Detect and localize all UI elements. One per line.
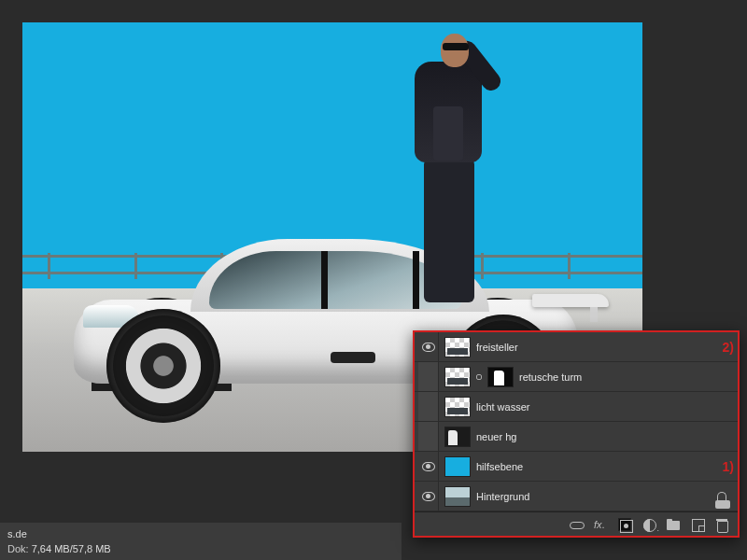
add-mask-icon[interactable] bbox=[618, 518, 631, 531]
tutorial-annotation: 1) bbox=[723, 459, 734, 474]
visibility-toggle[interactable] bbox=[418, 452, 439, 481]
layer-name[interactable]: neuer hg bbox=[476, 431, 734, 442]
layer-name[interactable]: freisteller bbox=[476, 342, 715, 353]
mask-link-icon[interactable] bbox=[476, 374, 482, 380]
layers-list: freisteller2)retusche turmlicht wasserne… bbox=[415, 332, 738, 511]
new-group-icon[interactable] bbox=[667, 518, 680, 531]
layer-row[interactable]: hilfsebene1) bbox=[415, 452, 738, 482]
adjustment-layer-icon[interactable]: . bbox=[642, 518, 655, 531]
new-layer-icon[interactable] bbox=[691, 518, 704, 531]
layer-name[interactable]: hilfsebene bbox=[476, 461, 715, 472]
layer-row[interactable]: freisteller2) bbox=[415, 332, 738, 362]
subject-person bbox=[396, 22, 508, 302]
layer-name[interactable]: retusche turm bbox=[519, 371, 734, 383]
layer-thumbnail[interactable] bbox=[444, 456, 471, 477]
layer-mask-thumbnail[interactable] bbox=[487, 367, 514, 387]
eye-icon bbox=[422, 343, 435, 352]
layers-panel[interactable]: freisteller2)retusche turmlicht wasserne… bbox=[413, 330, 740, 538]
link-layers-icon[interactable] bbox=[570, 518, 583, 531]
layer-thumbnail[interactable] bbox=[444, 367, 471, 387]
layer-row[interactable]: retusche turm bbox=[415, 362, 738, 392]
url-fragment: s.de bbox=[7, 526, 394, 541]
visibility-toggle[interactable] bbox=[418, 362, 439, 391]
layer-thumbnail[interactable] bbox=[444, 427, 471, 447]
eye-icon bbox=[422, 462, 435, 471]
visibility-toggle[interactable] bbox=[418, 482, 439, 511]
status-bar: s.de Dok: 7,64 MB/57,8 MB bbox=[0, 523, 402, 560]
layer-name[interactable]: Hintergrund bbox=[476, 491, 712, 502]
visibility-toggle[interactable] bbox=[418, 392, 439, 421]
visibility-toggle[interactable] bbox=[418, 422, 439, 451]
tutorial-annotation: 2) bbox=[723, 340, 734, 355]
layer-name[interactable]: licht wasser bbox=[476, 401, 734, 413]
delete-layer-icon[interactable] bbox=[715, 518, 728, 531]
doc-size-value: 7,64 MB/57,8 MB bbox=[32, 543, 111, 554]
eye-icon bbox=[422, 492, 435, 501]
lock-icon bbox=[717, 492, 726, 501]
layer-thumbnail[interactable] bbox=[444, 397, 471, 417]
layer-row[interactable]: Hintergrund bbox=[415, 482, 738, 511]
layers-panel-footer: fx . bbox=[415, 511, 738, 536]
layer-row[interactable]: licht wasser bbox=[415, 392, 738, 422]
layer-row[interactable]: neuer hg bbox=[415, 422, 738, 452]
layer-thumbnail[interactable] bbox=[444, 337, 471, 357]
visibility-toggle[interactable] bbox=[418, 332, 439, 361]
layer-thumbnail[interactable] bbox=[444, 486, 471, 507]
doc-size-label: Dok: bbox=[7, 543, 29, 554]
layer-fx-icon[interactable]: fx bbox=[594, 518, 607, 531]
